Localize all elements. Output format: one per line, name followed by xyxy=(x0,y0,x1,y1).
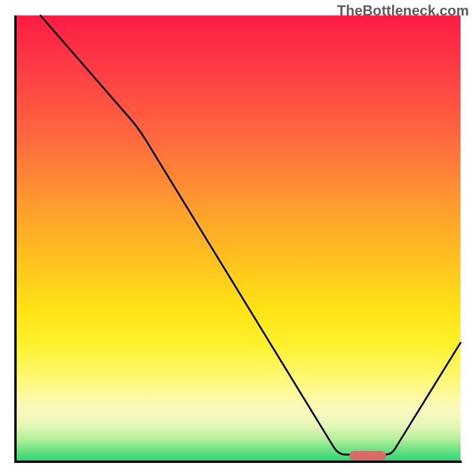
bottleneck-chart: TheBottleneck.com xyxy=(0,0,476,476)
watermark-text: TheBottleneck.com xyxy=(337,2,469,19)
bottleneck-curve xyxy=(0,0,476,476)
optimal-range-marker xyxy=(349,451,386,461)
curve-path xyxy=(40,15,461,455)
